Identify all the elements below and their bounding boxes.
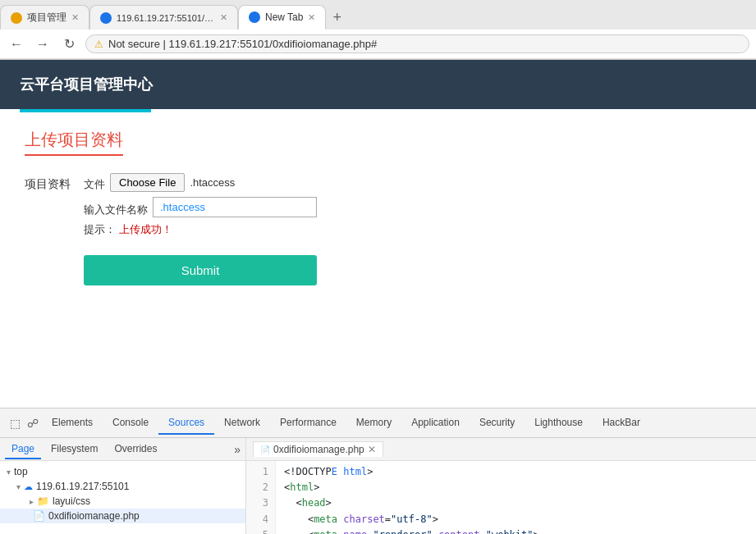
file-row: 文件 Choose File .htaccess [84,172,317,192]
filename-input[interactable] [153,197,317,217]
hint-value: 上传成功！ [119,223,172,235]
cloud-icon: ☁ [24,482,33,492]
submit-button[interactable]: Submit [84,255,317,285]
code-content: <!DOCTYPE html> <html> <head> <meta char… [276,461,756,534]
code-area: 12345678910111213 <!DOCTYPE html> <html>… [246,461,756,534]
code-line-2: <html> [284,480,748,495]
code-tab-bar: 📄 0xdifioiomanage.php ✕ [246,438,756,461]
devtools-cursor-icon[interactable]: ⬚ [7,413,24,433]
browser-chrome: 项目管理 ✕ 119.61.19.217:55101/uploaded/s ✕ … [0,0,756,60]
header-title: 云平台项目管理中心 [20,76,153,93]
hint-row: 提示： 上传成功！ [84,222,317,237]
code-tab-label: 0xdifioiomanage.php [273,444,364,455]
new-tab-button[interactable]: + [326,9,348,26]
tab-2[interactable]: 119.61.19.217:55101/uploaded/s ✕ [89,5,238,30]
hint-label: 提示： [84,223,116,235]
file-label: 文件 [84,172,105,192]
sidebar-tab-filesystem[interactable]: Filesystem [44,440,104,459]
address-bar: ← → ↻ ⚠ Not secure | 119.61.19.217:55101… [0,30,756,59]
devtools-panel: ⬚ ☍ Elements Console Sources Network Per… [0,408,756,534]
tab-3-close[interactable]: ✕ [308,12,315,23]
devtools-mobile-icon[interactable]: ☍ [24,413,42,433]
site-header: 云平台项目管理中心 [0,60,756,109]
input-label: 输入文件名称 [84,198,148,217]
tab-performance[interactable]: Performance [270,412,346,435]
sidebar-more-icon[interactable]: » [234,443,241,456]
tree-item-host[interactable]: ▾ ☁ 119.61.19.217:55101 [0,479,245,494]
tab-2-title: 119.61.19.217:55101/uploaded/s [117,13,215,23]
tab-2-close[interactable]: ✕ [220,12,227,23]
tree-label-php: 0xdifioiomanage.php [48,510,140,522]
tab-3-favicon [249,11,260,23]
url-bar[interactable]: ⚠ Not secure | 119.61.19.217:55101/0xdif… [85,34,749,53]
tree-item-layui[interactable]: ▸ 📁 layui/css [0,494,245,509]
tree-arrow-layui: ▸ [30,497,34,506]
sidebar-tab-overrides[interactable]: Overrides [108,440,163,459]
devtools-sidebar: Page Filesystem Overrides » ▾ top ▾ [0,438,246,534]
page-content: 云平台项目管理中心 上传项目资料 项目资料 文件 Choose File .ht… [0,60,756,408]
code-line-1: <!DOCTYPE html> [284,464,748,480]
form-fields: 文件 Choose File .htaccess 输入文件名称 提示： 上传成功… [84,172,317,285]
file-icon-php: 📄 [33,510,45,522]
back-button[interactable]: ← [7,34,26,54]
line-numbers: 12345678910111213 [246,461,276,534]
filename-input-row: 输入文件名称 [84,197,317,217]
tab-1[interactable]: 项目管理 ✕ [0,5,89,30]
tab-console[interactable]: Console [103,412,158,435]
tab-security[interactable]: Security [470,412,525,435]
code-tab-php[interactable]: 📄 0xdifioiomanage.php ✕ [253,441,383,457]
tree-label-top: top [14,466,28,477]
sidebar-tree: ▾ top ▾ ☁ 119.61.19.217:55101 ▸ 📁 layui/… [0,461,245,527]
tab-bar: 项目管理 ✕ 119.61.19.217:55101/uploaded/s ✕ … [0,0,756,30]
tree-item-php[interactable]: 📄 0xdifioiomanage.php [0,509,245,523]
tab-3[interactable]: New Tab ✕ [238,5,326,30]
tree-item-top[interactable]: ▾ top [0,464,245,479]
tab-sources[interactable]: Sources [158,412,214,435]
code-line-5: <meta name="renderer" content="webkit"> [284,527,748,534]
devtools-tab-bar: ⬚ ☍ Elements Console Sources Network Per… [0,408,756,438]
tab-1-close[interactable]: ✕ [71,12,79,23]
tab-2-favicon [100,12,112,24]
form-label: 项目资料 [25,172,71,192]
tab-lighthouse[interactable]: Lighthouse [525,412,593,435]
address-text: Not secure | 119.61.19.217:55101/0xdifio… [108,38,377,50]
sidebar-tab-bar: Page Filesystem Overrides » [0,438,245,461]
folder-icon-layui: 📁 [37,495,49,507]
tree-label-host: 119.61.19.217:55101 [36,481,129,492]
main-area: 上传项目资料 项目资料 文件 Choose File .htaccess 输入文… [0,112,756,408]
refresh-button[interactable]: ↻ [59,34,79,54]
tree-arrow-top: ▾ [7,468,11,477]
tab-1-favicon [11,12,22,24]
forward-button[interactable]: → [33,34,53,54]
file-name-display: .htaccess [190,176,235,189]
tab-1-title: 项目管理 [27,11,66,25]
tab-3-title: New Tab [265,11,303,23]
lock-icon: ⚠ [94,39,103,50]
tab-hackbar[interactable]: HackBar [593,412,650,435]
tab-network[interactable]: Network [214,412,270,435]
sidebar-tab-page[interactable]: Page [5,440,41,459]
code-tab-close-icon[interactable]: ✕ [368,444,376,455]
page-title: 上传项目资料 [25,129,123,156]
code-file-icon: 📄 [260,445,270,454]
tree-arrow-host: ▾ [16,482,21,491]
devtools-code-panel: 📄 0xdifioiomanage.php ✕ 1234567891011121… [246,438,756,534]
tab-application[interactable]: Application [401,412,470,435]
code-line-4: <meta charset="utf-8"> [284,512,748,527]
tab-memory[interactable]: Memory [346,412,401,435]
devtools-body: Page Filesystem Overrides » ▾ top ▾ [0,438,756,534]
choose-file-button[interactable]: Choose File [110,173,185,192]
tab-elements[interactable]: Elements [42,412,103,435]
code-line-3: <head> [284,495,748,511]
form-row: 项目资料 文件 Choose File .htaccess 输入文件名称 提示：… [25,172,731,285]
tree-label-layui: layui/css [53,495,90,507]
